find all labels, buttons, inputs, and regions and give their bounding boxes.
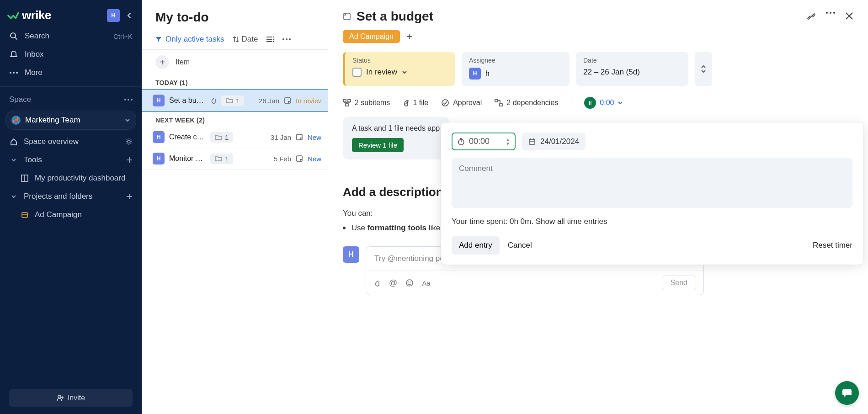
dependencies-icon (495, 99, 503, 106)
space-overview-item[interactable]: Space overview (0, 133, 142, 151)
space-selector[interactable]: 📣 Marketing Team (5, 111, 136, 130)
expand-fields-icon[interactable] (695, 52, 712, 86)
project-icon (20, 210, 29, 219)
sort-control[interactable]: Date (233, 35, 258, 44)
svg-point-18 (286, 38, 288, 40)
reset-timer-button[interactable]: Reset timer (813, 241, 852, 250)
svg-point-13 (58, 395, 61, 398)
add-tool-icon[interactable] (126, 157, 133, 163)
time-input[interactable] (469, 137, 496, 146)
task-date: 26 Jan (259, 97, 279, 105)
timer-control[interactable]: II 0:00 (584, 97, 623, 109)
dashboard-label: My productivity dashboard (35, 174, 125, 183)
mention-icon[interactable]: @ (389, 278, 397, 288)
list-options-icon[interactable] (266, 36, 274, 42)
add-item-label: Item (176, 58, 190, 66)
assignee-field[interactable]: Assignee H h (462, 52, 570, 86)
approval-meta[interactable]: Approval (441, 99, 482, 107)
space-menu-icon[interactable] (124, 99, 133, 101)
files-meta[interactable]: 1 file (403, 99, 428, 107)
description-prompt[interactable]: Add a description for this task… (343, 185, 449, 199)
date-input[interactable]: 24/01/2024 (522, 133, 586, 150)
search-icon (9, 32, 18, 41)
more-options-icon[interactable] (282, 38, 291, 40)
stopwatch-icon (457, 138, 465, 146)
svg-point-6 (128, 99, 129, 101)
collapse-sidebar-icon[interactable] (124, 11, 134, 21)
review-file-button[interactable]: Review 1 file (352, 138, 404, 152)
dashboard-icon (20, 174, 29, 183)
folder-badge[interactable]: 1 (210, 132, 233, 143)
project-tag[interactable]: Ad Campaign (343, 30, 400, 43)
add-tag-icon[interactable]: + (406, 31, 412, 42)
task-row[interactable]: H Monitor KPIs 1 5 Feb New (142, 148, 328, 170)
chat-fab[interactable] (835, 381, 859, 405)
send-button[interactable]: Send (662, 276, 696, 290)
filter-label: Only active tasks (165, 35, 224, 44)
gear-icon[interactable] (125, 138, 133, 145)
projects-label: Projects and folders (24, 192, 92, 201)
status-checkbox[interactable] (352, 68, 362, 77)
attach-icon[interactable] (373, 279, 381, 287)
task-date: 31 Jan (271, 133, 291, 141)
user-avatar[interactable]: H (107, 9, 120, 22)
folder-icon (215, 134, 222, 140)
more-row[interactable]: More (0, 64, 142, 82)
more-label: More (25, 68, 43, 77)
svg-rect-21 (297, 134, 302, 140)
svg-rect-20 (285, 98, 290, 103)
tools-item[interactable]: Tools (0, 151, 142, 169)
time-spinner[interactable]: ▲▼ (506, 138, 510, 146)
format-icon[interactable]: Aa (422, 279, 430, 287)
invite-icon (57, 394, 64, 402)
svg-rect-11 (22, 212, 27, 218)
task-row[interactable]: H Create content 1 31 Jan New (142, 127, 328, 148)
project-item[interactable]: Ad Campaign (0, 206, 142, 224)
tools-label: Tools (24, 155, 42, 165)
chevron-down-icon (618, 101, 623, 105)
note-icon[interactable] (284, 97, 291, 104)
emoji-icon[interactable] (405, 279, 414, 287)
list-title: My to-do (142, 0, 328, 31)
task-row[interactable]: H Set a budget 1 26 Jan In review (142, 89, 328, 112)
status-field[interactable]: Status In review (343, 52, 455, 86)
folder-badge[interactable]: 1 (210, 154, 233, 164)
inbox-row[interactable]: Inbox (0, 45, 142, 64)
svg-rect-32 (500, 104, 502, 106)
note-icon[interactable] (296, 155, 303, 162)
dashboard-item[interactable]: My productivity dashboard (0, 169, 142, 187)
detail-more-icon[interactable] (826, 12, 835, 21)
task-title: Create content (169, 133, 206, 141)
close-icon[interactable] (845, 12, 853, 21)
time-spent-text[interactable]: Your time spent: 0h 0m. Show all time en… (452, 217, 852, 226)
subitems-meta[interactable]: 2 subitems (343, 99, 390, 107)
project-label: Ad Campaign (35, 210, 82, 219)
time-input-wrapper[interactable]: ▲▼ (452, 133, 516, 150)
brand-logo[interactable]: wrike (7, 8, 51, 22)
approval-icon (441, 99, 449, 107)
cancel-button[interactable]: Cancel (508, 241, 532, 250)
time-comment-input[interactable] (452, 158, 852, 208)
add-entry-button[interactable]: Add entry (452, 236, 500, 255)
add-item-row[interactable]: + Item (142, 50, 328, 74)
invite-button[interactable]: Invite (9, 389, 133, 407)
sidebar: wrike H Search Ctrl+K Inbox More Space 📣 (0, 0, 142, 414)
space-icon: 📣 (11, 116, 21, 125)
overview-label: Space overview (24, 137, 79, 146)
filter-active-tasks[interactable]: Only active tasks (155, 35, 224, 44)
dependencies-meta[interactable]: 2 dependencies (495, 99, 558, 107)
add-project-icon[interactable] (126, 193, 133, 200)
projects-item[interactable]: Projects and folders (0, 187, 142, 206)
folder-badge[interactable]: 1 (221, 96, 244, 106)
link-icon[interactable] (807, 12, 816, 21)
svg-point-19 (289, 38, 291, 40)
search-label: Search (25, 32, 49, 41)
task-avatar: H (153, 131, 165, 143)
date-value: 22 – 26 Jan (5d) (583, 68, 681, 77)
note-icon[interactable] (296, 133, 303, 141)
svg-rect-22 (297, 156, 302, 161)
search-row[interactable]: Search Ctrl+K (0, 27, 142, 45)
date-field[interactable]: Date 22 – 26 Jan (5d) (576, 52, 688, 86)
bell-icon (9, 50, 18, 59)
task-list-panel: My to-do Only active tasks Date + Item T… (142, 0, 328, 414)
